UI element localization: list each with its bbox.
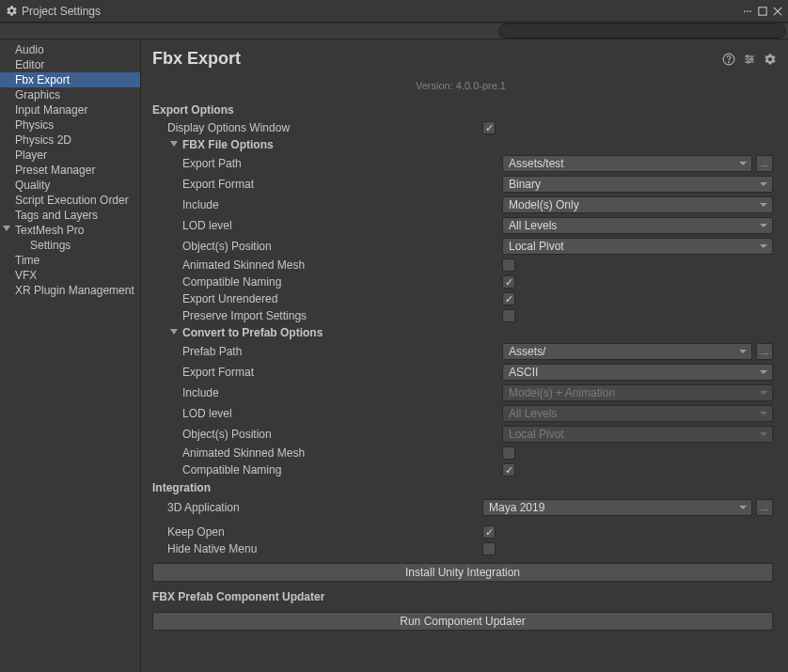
- sidebar-item-physics[interactable]: Physics: [0, 117, 140, 133]
- include-label: Include: [182, 198, 502, 211]
- foldout-arrow-icon[interactable]: [169, 327, 179, 336]
- prefab-compatible-naming-label: Compatible Naming: [182, 463, 502, 477]
- prefab-lod-dropdown: All Levels: [502, 405, 773, 422]
- search-input[interactable]: [498, 23, 786, 39]
- svg-point-0: [744, 10, 746, 12]
- prefab-position-dropdown: Local Pivot: [502, 426, 773, 443]
- foldout-arrow-icon[interactable]: [169, 139, 179, 148]
- sidebar-item-tags-layers[interactable]: Tags and Layers: [0, 208, 140, 223]
- sidebar: Audio Editor Fbx Export Graphics Input M…: [0, 39, 141, 672]
- prefab-lod-label: LOD level: [182, 407, 502, 420]
- display-options-checkbox[interactable]: [482, 121, 496, 134]
- maximize-icon[interactable]: [758, 7, 767, 16]
- sidebar-item-editor[interactable]: Editor: [0, 57, 140, 72]
- position-dropdown[interactable]: Local Pivot: [502, 238, 773, 255]
- export-path-label: Export Path: [182, 157, 502, 170]
- sidebar-item-time[interactable]: Time: [0, 253, 140, 268]
- titlebar: Project Settings: [0, 0, 788, 23]
- prefab-path-dropdown[interactable]: Assets/: [502, 343, 752, 360]
- gear-icon[interactable]: [764, 53, 777, 66]
- sidebar-item-textmesh-pro[interactable]: TextMesh Pro: [0, 223, 140, 238]
- prefab-updater-header: FBX Prefab Component Updater: [141, 587, 780, 606]
- sidebar-item-graphics[interactable]: Graphics: [0, 87, 140, 102]
- foldout-arrow-icon[interactable]: [2, 224, 11, 233]
- svg-point-2: [749, 10, 751, 12]
- keep-open-checkbox[interactable]: [482, 525, 496, 539]
- sidebar-item-player[interactable]: Player: [0, 148, 140, 163]
- include-dropdown[interactable]: Model(s) Only: [502, 196, 773, 213]
- prefab-animated-skin-checkbox[interactable]: [502, 446, 515, 460]
- position-label: Object(s) Position: [182, 240, 502, 253]
- export-path-dropdown[interactable]: Assets/test: [502, 155, 752, 172]
- content-panel: Fbx Export Version: 4.0.0-pre.1 Export O…: [141, 39, 788, 672]
- prefab-path-browse-button[interactable]: ...: [756, 343, 773, 360]
- export-path-browse-button[interactable]: ...: [756, 155, 773, 172]
- prefab-include-label: Include: [182, 386, 502, 399]
- window-title: Project Settings: [22, 5, 743, 18]
- lod-label: LOD level: [182, 219, 502, 232]
- gear-icon: [6, 5, 18, 17]
- svg-point-1: [747, 10, 749, 12]
- prefab-include-dropdown: Model(s) + Animation: [502, 384, 773, 401]
- hide-menu-checkbox[interactable]: [482, 542, 496, 555]
- app-label: 3D Application: [167, 501, 482, 514]
- display-options-label: Display Options Window: [167, 121, 482, 134]
- convert-prefab-header[interactable]: Convert to Prefab Options: [141, 324, 780, 341]
- compatible-naming-checkbox[interactable]: [502, 275, 515, 289]
- export-unrendered-label: Export Unrendered: [182, 292, 502, 305]
- prefab-position-label: Object(s) Position: [182, 428, 502, 441]
- sidebar-item-vfx[interactable]: VFX: [0, 268, 140, 283]
- lod-dropdown[interactable]: All Levels: [502, 217, 773, 234]
- sidebar-item-physics-2d[interactable]: Physics 2D: [0, 133, 140, 148]
- export-format-dropdown[interactable]: Binary: [502, 176, 773, 193]
- animated-skin-checkbox[interactable]: [502, 258, 515, 272]
- prefab-animated-skin-label: Animated Skinned Mesh: [182, 446, 502, 460]
- run-updater-button[interactable]: Run Component Updater: [152, 612, 773, 631]
- prefab-format-label: Export Format: [182, 366, 502, 379]
- export-format-label: Export Format: [182, 178, 502, 191]
- preserve-import-label: Preserve Import Settings: [182, 309, 502, 322]
- version-label: Version: 4.0.0-pre.1: [141, 72, 780, 101]
- sidebar-item-audio[interactable]: Audio: [0, 42, 140, 57]
- sidebar-item-fbx-export[interactable]: Fbx Export: [0, 72, 140, 87]
- compatible-naming-label: Compatible Naming: [182, 275, 502, 289]
- svg-point-9: [729, 61, 730, 62]
- svg-point-14: [750, 57, 752, 59]
- svg-point-13: [747, 55, 749, 56]
- page-title: Fbx Export: [152, 49, 722, 69]
- export-options-header: Export Options: [141, 101, 780, 119]
- install-integration-button[interactable]: Install Unity Integration: [152, 563, 773, 582]
- sidebar-item-script-execution[interactable]: Script Execution Order: [0, 193, 140, 208]
- sidebar-item-tmp-settings[interactable]: Settings: [0, 238, 140, 253]
- keep-open-label: Keep Open: [167, 525, 482, 539]
- kebab-icon[interactable]: [743, 7, 752, 16]
- close-icon[interactable]: [773, 7, 782, 16]
- prefab-compatible-naming-checkbox[interactable]: [502, 463, 515, 477]
- prefab-path-label: Prefab Path: [182, 345, 502, 358]
- sidebar-item-quality[interactable]: Quality: [0, 178, 140, 193]
- searchbar: [0, 23, 788, 39]
- fbx-file-options-header[interactable]: FBX File Options: [141, 136, 780, 153]
- preserve-import-checkbox[interactable]: [502, 309, 515, 322]
- export-unrendered-checkbox[interactable]: [502, 292, 515, 305]
- app-browse-button[interactable]: ...: [756, 499, 773, 516]
- animated-skin-label: Animated Skinned Mesh: [182, 258, 502, 272]
- sidebar-item-preset-manager[interactable]: Preset Manager: [0, 163, 140, 178]
- sidebar-item-input-manager[interactable]: Input Manager: [0, 102, 140, 117]
- hide-menu-label: Hide Native Menu: [167, 542, 482, 555]
- sidebar-item-xr[interactable]: XR Plugin Management: [0, 283, 140, 298]
- app-dropdown[interactable]: Maya 2019: [482, 499, 752, 516]
- svg-rect-3: [759, 7, 766, 14]
- settings-sliders-icon[interactable]: [743, 53, 756, 66]
- help-icon[interactable]: [722, 53, 735, 66]
- integration-header: Integration: [141, 478, 780, 497]
- svg-point-15: [748, 60, 749, 62]
- prefab-format-dropdown[interactable]: ASCII: [502, 364, 773, 381]
